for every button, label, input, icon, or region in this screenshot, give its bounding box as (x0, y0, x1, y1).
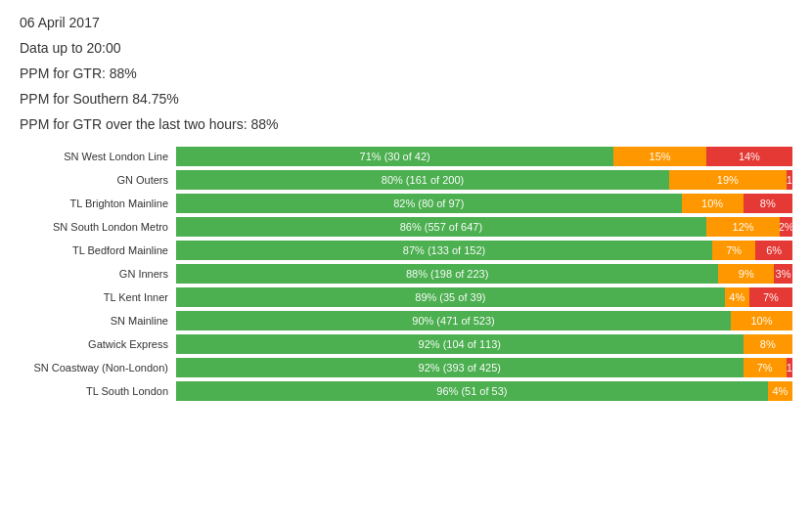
green-segment: 80% (161 of 200) (176, 170, 669, 190)
bar-row: TL South London96% (51 of 53)4% (20, 381, 792, 401)
green-segment: 92% (393 of 425) (176, 358, 744, 377)
date-label: 06 April 2017 (20, 15, 792, 30)
red-segment: 7% (749, 287, 792, 307)
orange-segment: 7% (712, 241, 755, 260)
bar-label: TL Bedford Mainline (20, 244, 176, 256)
green-segment: 82% (80 of 97) (176, 194, 682, 213)
green-segment: 89% (35 of 39) (176, 287, 725, 307)
orange-segment: 10% (731, 311, 792, 330)
orange-segment: 7% (744, 358, 787, 377)
red-segment: 8% (744, 194, 792, 213)
bar-label: GN Outers (20, 174, 176, 186)
ppm-gtr-label: PPM for GTR: 88% (20, 66, 792, 81)
ppm-gtr-two-hours-label: PPM for GTR over the last two hours: 88% (20, 116, 792, 132)
bar-row: GN Outers80% (161 of 200)19%1 (20, 170, 792, 190)
red-segment: 14% (706, 147, 792, 166)
red-segment: 1 (787, 358, 792, 377)
bar-row: SN West London Line71% (30 of 42)15%14% (20, 147, 792, 166)
bar-label: SN Mainline (20, 315, 176, 327)
bar-label: SN South London Metro (20, 221, 176, 233)
red-segment: 6% (755, 241, 792, 260)
orange-segment: 12% (706, 217, 781, 237)
bar-row: Gatwick Express92% (104 of 113)8% (20, 334, 792, 354)
red-segment: 1 (787, 170, 792, 190)
bar-row: GN Inners88% (198 of 223)9%3% (20, 264, 792, 284)
orange-segment: 19% (669, 170, 787, 190)
bar-row: SN Coastway (Non-London)92% (393 of 425)… (20, 358, 792, 377)
bar-segments: 88% (198 of 223)9%3% (176, 264, 792, 284)
bar-label: TL Brighton Mainline (20, 198, 176, 209)
bar-segments: 92% (104 of 113)8% (176, 334, 792, 354)
green-segment: 71% (30 of 42) (176, 147, 613, 166)
bar-row: SN Mainline90% (471 of 523)10% (20, 311, 792, 330)
red-segment: 3% (774, 264, 792, 284)
header-section: 06 April 2017 Data up to 20:00 PPM for G… (20, 15, 792, 132)
orange-segment: 4% (725, 287, 749, 307)
bar-segments: 82% (80 of 97)10%8% (176, 194, 792, 213)
orange-segment: 8% (744, 334, 792, 354)
bar-label: GN Inners (20, 268, 176, 280)
bar-label: TL Kent Inner (20, 291, 176, 303)
green-segment: 92% (104 of 113) (176, 334, 744, 354)
bar-segments: 80% (161 of 200)19%1 (176, 170, 792, 190)
orange-segment: 9% (718, 264, 774, 284)
orange-segment: 4% (768, 381, 792, 401)
ppm-southern-label: PPM for Southern 84.75% (20, 91, 792, 107)
green-segment: 90% (471 of 523) (176, 311, 731, 330)
bar-label: Gatwick Express (20, 338, 176, 350)
bar-row: TL Bedford Mainline87% (133 of 152)7%6% (20, 241, 792, 260)
bar-segments: 92% (393 of 425)7%1 (176, 358, 792, 377)
orange-segment: 15% (613, 147, 706, 166)
green-segment: 88% (198 of 223) (176, 264, 718, 284)
bar-row: SN South London Metro86% (557 of 647)12%… (20, 217, 792, 237)
bar-chart: SN West London Line71% (30 of 42)15%14%G… (20, 147, 792, 401)
red-segment: 2% (780, 217, 792, 237)
orange-segment: 10% (682, 194, 744, 213)
green-segment: 86% (557 of 647) (176, 217, 706, 237)
bar-row: TL Brighton Mainline82% (80 of 97)10%8% (20, 194, 792, 213)
bar-segments: 86% (557 of 647)12%2% (176, 217, 792, 237)
green-segment: 96% (51 of 53) (176, 381, 768, 401)
bar-label: SN Coastway (Non-London) (20, 362, 176, 374)
bar-label: SN West London Line (20, 151, 176, 162)
data-up-to-label: Data up to 20:00 (20, 40, 792, 56)
bar-segments: 87% (133 of 152)7%6% (176, 241, 792, 260)
bar-segments: 89% (35 of 39)4%7% (176, 287, 792, 307)
bar-segments: 90% (471 of 523)10% (176, 311, 792, 330)
bar-label: TL South London (20, 385, 176, 397)
bar-segments: 71% (30 of 42)15%14% (176, 147, 792, 166)
bar-segments: 96% (51 of 53)4% (176, 381, 792, 401)
green-segment: 87% (133 of 152) (176, 241, 712, 260)
bar-row: TL Kent Inner89% (35 of 39)4%7% (20, 287, 792, 307)
